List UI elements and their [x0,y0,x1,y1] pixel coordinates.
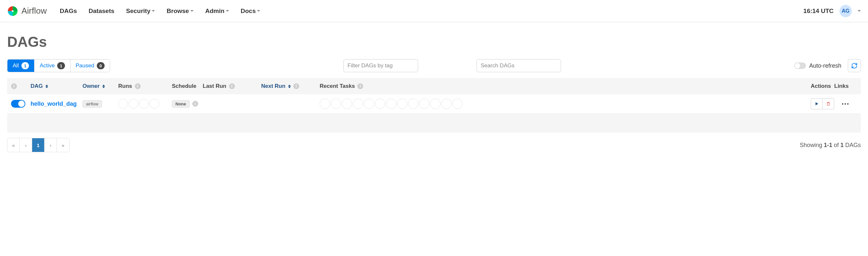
info-icon[interactable]: i [293,83,299,89]
dag-name-link[interactable]: hello_world_dag [31,101,77,107]
task-status-circle[interactable] [320,98,330,109]
owner-chip[interactable]: airflow [83,100,102,108]
clock[interactable]: 16:14 UTC [803,7,834,15]
nav-item-label: Security [126,7,150,15]
nav-menu: DAGs Datasets Security Browse Admin Docs [60,7,260,15]
col-label: Owner [83,83,100,89]
page-title: DAGs [7,34,861,50]
trash-icon [826,102,831,106]
user-avatar[interactable]: AG [839,5,852,17]
controls-row: All 1 Active 1 Paused 0 Auto-refresh [7,59,861,72]
auto-refresh-toggle[interactable] [794,62,806,69]
col-label: Schedule [172,83,196,89]
nav-item-label: Admin [205,7,224,15]
run-status-circle[interactable] [149,99,159,109]
nav-item-dags[interactable]: DAGs [60,7,77,15]
schedule-cell: None i [172,100,203,108]
refresh-icon [851,62,858,69]
airflow-pinwheel-icon [7,5,18,17]
search-input[interactable] [476,59,561,72]
more-links-button[interactable]: ⋯ [834,99,857,108]
count-badge: 1 [22,62,29,69]
info-icon[interactable]: i [135,83,141,89]
nav-item-datasets[interactable]: Datasets [89,7,114,15]
task-status-circle[interactable] [452,98,463,109]
info-icon[interactable]: i [192,101,198,107]
result-summary: Showing 1-1 of 1 DAGs [800,142,861,149]
recent-tasks-circles [320,98,802,109]
page-last[interactable]: » [57,138,69,152]
filter-tab-label: Paused [76,62,95,69]
col-label: Next Run [261,83,285,89]
tag-filter-input[interactable] [343,59,418,72]
col-links: Links [834,83,857,89]
run-status-circle[interactable] [139,99,149,109]
sort-icon [288,85,291,88]
col-next-run[interactable]: Next Run i [261,83,320,89]
chevron-down-icon [152,10,155,12]
info-icon[interactable]: i [229,83,235,89]
schedule-badge[interactable]: None [172,100,190,108]
filter-tab-active[interactable]: Active 1 [34,59,70,72]
col-schedule: Schedule [172,83,203,89]
col-runs: Runs i [118,83,172,89]
task-status-circle[interactable] [430,98,440,109]
col-label: Recent Tasks [320,83,355,89]
chevron-down-icon [190,10,194,12]
refresh-button[interactable] [848,59,861,72]
task-status-circle[interactable] [342,98,352,109]
pagination: « ‹ 1 › » [7,138,69,152]
page-next[interactable]: › [44,138,57,152]
dags-table: i DAG Owner Runs i Schedule Last Run i N… [7,78,861,133]
nav-item-label: DAGs [60,7,77,15]
svg-point-0 [12,10,13,12]
filter-tab-label: Active [40,62,55,69]
col-label: Last Run [203,83,226,89]
count-badge: 0 [97,62,104,69]
delete-dag-button[interactable] [823,98,834,109]
table-row: hello_world_dag airflow None i [7,94,861,113]
info-icon[interactable]: i [11,83,17,89]
nav-item-docs[interactable]: Docs [241,7,260,15]
filter-tab-label: All [13,62,19,69]
sort-icon [102,85,105,88]
play-icon [814,102,819,106]
page-prev[interactable]: ‹ [20,138,32,152]
col-dag[interactable]: DAG [31,83,83,89]
dag-enable-toggle[interactable] [11,100,25,108]
chevron-down-icon[interactable] [858,10,861,12]
page-number[interactable]: 1 [32,138,44,152]
row-actions [802,98,834,109]
navbar: Airflow DAGs Datasets Security Browse Ad… [0,0,868,22]
task-status-circle[interactable] [331,98,341,109]
nav-item-label: Browse [167,7,189,15]
auto-refresh: Auto-refresh [794,62,841,69]
nav-item-browse[interactable]: Browse [167,7,194,15]
auto-refresh-label: Auto-refresh [809,62,841,69]
filter-tab-all[interactable]: All 1 [7,59,34,72]
trigger-dag-button[interactable] [811,98,823,109]
run-status-circle[interactable] [129,99,138,109]
page-body: DAGs All 1 Active 1 Paused 0 Auto-refres… [0,22,868,162]
nav-item-label: Datasets [89,7,114,15]
info-icon[interactable]: i [357,83,363,89]
brand[interactable]: Airflow [7,5,47,17]
nav-item-security[interactable]: Security [126,7,155,15]
task-status-circle[interactable] [419,98,430,109]
task-status-circle[interactable] [408,98,418,109]
task-status-circle[interactable] [364,98,374,109]
col-owner[interactable]: Owner [83,83,118,89]
task-status-circle[interactable] [397,98,407,109]
task-status-circle[interactable] [441,98,452,109]
task-status-circle[interactable] [386,98,396,109]
filter-tabs: All 1 Active 1 Paused 0 [7,59,110,72]
nav-item-admin[interactable]: Admin [205,7,229,15]
task-status-circle[interactable] [353,98,363,109]
chevron-down-icon [257,10,260,12]
task-status-circle[interactable] [375,98,385,109]
filter-tab-paused[interactable]: Paused 0 [70,59,110,72]
nav-right: 16:14 UTC AG [803,5,861,17]
run-status-circle[interactable] [118,99,128,109]
table-footer: « ‹ 1 › » Showing 1-1 of 1 DAGs [7,138,861,152]
page-first[interactable]: « [7,138,20,152]
